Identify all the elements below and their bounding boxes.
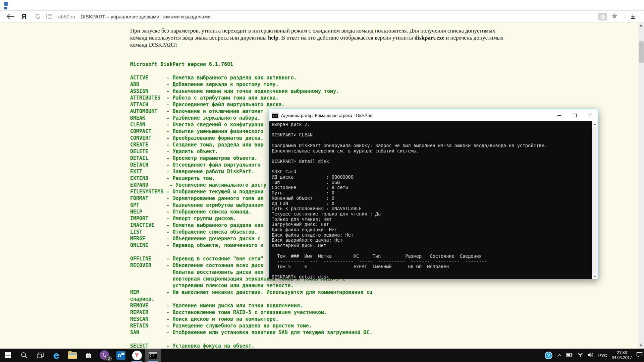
- system-tray: ?: [545, 349, 643, 362]
- cmd-window-title: Администратор: Командная строка - DiskPa…: [281, 113, 373, 118]
- edge-button[interactable]: e: [48, 349, 64, 362]
- store-bag-icon: [85, 352, 92, 359]
- close-icon: [588, 113, 592, 117]
- cmd-icon-text: C:\: [150, 354, 154, 357]
- cmd-icon-titlebar: [272, 113, 278, 114]
- outlook-button[interactable]: o: [113, 349, 129, 362]
- intro-bold-help: help: [268, 35, 278, 41]
- page-scrollbar-thumb[interactable]: [639, 41, 644, 63]
- console-scroll-down-icon[interactable]: [592, 274, 598, 279]
- action-center-icon: [636, 352, 643, 358]
- cmd-icon: C:\: [149, 352, 157, 359]
- back-button[interactable]: [5, 11, 15, 21]
- tab-favicon[interactable]: [4, 2, 8, 9]
- helper-tray-icon[interactable]: ?: [545, 352, 552, 359]
- tray-expand-button[interactable]: [557, 352, 562, 358]
- search-button[interactable]: [16, 349, 32, 362]
- page-scrollbar[interactable]: [638, 22, 644, 349]
- yandex-browser-icon: Y: [132, 351, 142, 360]
- downloads-button[interactable]: [629, 13, 637, 20]
- protect-badge-button[interactable]: [598, 13, 607, 20]
- yandex-letter: Y: [135, 352, 139, 359]
- battery-tray-icon[interactable]: [566, 352, 573, 358]
- clock-time: 21:33: [612, 350, 632, 355]
- yandex-browser-button[interactable]: Y: [129, 349, 145, 362]
- speaker-icon: [588, 352, 594, 357]
- maximize-icon: [573, 114, 577, 117]
- star-icon: [611, 13, 618, 19]
- tab-favicon-shape: [4, 2, 8, 6]
- addressbar-edge: [621, 13, 626, 20]
- minimize-icon: [557, 114, 561, 117]
- close-button[interactable]: [582, 109, 598, 121]
- cmd-icon-text: C:\: [273, 115, 277, 117]
- outlook-icon: o: [116, 351, 125, 360]
- taskbar: e 3 o: [0, 349, 644, 362]
- refresh-icon: [35, 13, 41, 19]
- language-indicator[interactable]: РУС: [598, 353, 607, 358]
- search-icon: [21, 352, 28, 359]
- console-output: Выбран диск 2. DISKPART> CLEAN Программа…: [272, 122, 592, 280]
- intro-bold-diskpart: diskpart.exe: [415, 35, 444, 41]
- cmd-window: C:\ Администратор: Командная строка - Di…: [269, 109, 598, 279]
- chevron-up-icon: [557, 354, 562, 357]
- viber-button[interactable]: 3: [97, 349, 113, 362]
- action-center-button[interactable]: [636, 352, 643, 359]
- refresh-button[interactable]: [34, 12, 42, 20]
- viber-notification-badge: 3: [106, 356, 112, 361]
- cmd-console[interactable]: Выбран диск 2. DISKPART> CLEAN Программа…: [269, 121, 598, 279]
- cmd-titlebar[interactable]: C:\ Администратор: Командная строка - Di…: [269, 109, 598, 121]
- outlook-envelope: [121, 353, 124, 355]
- reading-list-icon[interactable]: [45, 12, 53, 20]
- console-scrollbar[interactable]: [592, 121, 598, 279]
- back-arrow-icon: [6, 14, 14, 19]
- scroll-down-arrow-icon[interactable]: [640, 345, 642, 347]
- windows-logo-icon: [5, 352, 11, 358]
- maximize-button[interactable]: [567, 109, 582, 121]
- folder-icon: [68, 352, 77, 359]
- bookmark-star-button[interactable]: [611, 13, 618, 21]
- start-button[interactable]: [0, 349, 16, 362]
- edge-icon: e: [53, 350, 60, 361]
- url-host[interactable]: ab57.ru: [58, 14, 75, 19]
- minimize-button[interactable]: [551, 109, 567, 121]
- wifi-tray-icon[interactable]: [577, 352, 583, 359]
- yandex-logo[interactable]: Я: [21, 12, 26, 20]
- cmd-app-icon: C:\: [272, 113, 278, 118]
- cmd-window-controls: [551, 109, 598, 121]
- file-explorer-button[interactable]: [64, 349, 80, 362]
- volume-tray-icon[interactable]: [588, 352, 594, 359]
- tab-favicon-shape: [4, 7, 7, 9]
- scroll-up-arrow-icon[interactable]: [640, 24, 642, 26]
- browser-toolbar: Я ab57.ru DISKPART – управление дисками,…: [0, 11, 644, 22]
- store-button[interactable]: [80, 349, 97, 362]
- cmd-taskbar-button[interactable]: C:\: [145, 349, 161, 362]
- outlook-letter: o: [118, 353, 121, 358]
- intro-paragraph: При запуске без параметров, утилита пере…: [130, 27, 509, 48]
- wifi-icon: [577, 352, 583, 357]
- globe-icon: [600, 14, 605, 19]
- console-scroll-up-icon[interactable]: [592, 122, 598, 127]
- taskbar-clock[interactable]: 21:33 04.04.2017: [612, 350, 632, 360]
- intro-text: . В ответ на это действие отображается в…: [278, 35, 414, 41]
- task-view-button[interactable]: [32, 349, 48, 362]
- list-lines-icon: [46, 14, 52, 19]
- toolbar-right: [598, 11, 637, 22]
- task-view-icon: [37, 353, 44, 358]
- clock-date: 04.04.2017: [612, 355, 632, 360]
- browser-tabstrip: [0, 0, 644, 11]
- screen: Я ab57.ru DISKPART – управление дисками,…: [0, 0, 644, 362]
- battery-icon: [566, 352, 573, 357]
- page-title[interactable]: DISKPART – управление дисками, томами и …: [80, 14, 212, 19]
- download-icon: [630, 14, 636, 20]
